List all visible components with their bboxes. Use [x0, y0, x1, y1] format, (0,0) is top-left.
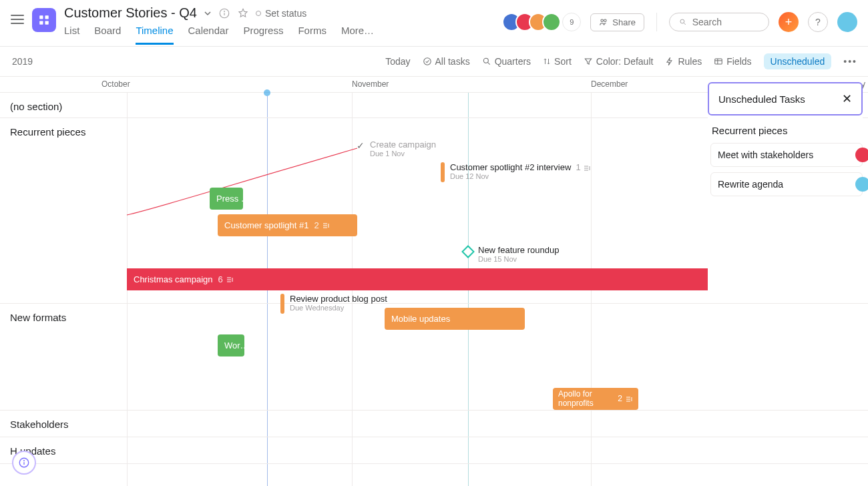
unscheduled-button[interactable]: Unscheduled — [764, 53, 832, 69]
year-label: 2019 — [11, 56, 33, 67]
share-button[interactable]: Share — [590, 13, 644, 31]
member-avatars[interactable]: 9 — [507, 13, 581, 31]
section-newformats[interactable]: New formats — [10, 312, 66, 323]
set-status-button[interactable]: Set status — [256, 8, 306, 19]
unscheduled-panel: Unscheduled Tasks ✕ Recurrent pieces Mee… — [708, 77, 863, 202]
task-create-campaign[interactable]: ✓ Create campaign Due 1 Nov — [357, 140, 436, 158]
section-recurrent[interactable]: Recurrent pieces — [10, 126, 85, 138]
milestone-due: Due 15 Nov — [478, 255, 559, 263]
bar-icon — [441, 162, 445, 182]
dependency-line — [124, 145, 364, 218]
help-button[interactable]: ? — [808, 12, 828, 32]
all-tasks-label: All tasks — [435, 56, 470, 67]
bar-icon — [280, 294, 284, 314]
info-bubble-button[interactable] — [12, 451, 36, 475]
close-icon[interactable]: ✕ — [842, 91, 852, 106]
svg-point-19 — [24, 461, 25, 461]
more-menu[interactable]: ••• — [843, 56, 857, 67]
svg-rect-2 — [39, 21, 43, 25]
tab-more[interactable]: More… — [341, 25, 374, 45]
task-count: 2 — [618, 395, 622, 403]
tab-list[interactable]: List — [64, 25, 79, 45]
color-button[interactable]: Color: Default — [584, 56, 654, 67]
today-button[interactable]: Today — [385, 56, 410, 67]
search-icon — [679, 17, 687, 27]
unscheduled-card[interactable]: Rewrite agenda — [710, 172, 863, 196]
filter-icon — [584, 57, 593, 66]
milestone-title: Review product blog post — [290, 294, 387, 304]
svg-point-11 — [423, 58, 431, 65]
sort-label: Sort — [554, 56, 572, 67]
search-input[interactable] — [669, 13, 769, 31]
section-stakeholders[interactable]: Stakeholders — [10, 419, 69, 430]
task-christmas[interactable]: Christmas campaign 6 — [127, 268, 708, 290]
fields-button[interactable]: Fields — [714, 56, 751, 67]
subtask-icon — [226, 276, 234, 284]
zoom-button[interactable]: Quarters — [482, 56, 531, 67]
unscheduled-card[interactable]: Meet with stakeholders — [710, 143, 863, 167]
tab-timeline[interactable]: Timeline — [136, 25, 173, 45]
task-label: Christmas campaign — [134, 274, 213, 284]
tab-progress[interactable]: Progress — [243, 25, 283, 45]
task-mobile[interactable]: Mobile updates — [385, 308, 525, 330]
svg-point-6 — [224, 11, 225, 11]
share-label: Share — [612, 17, 636, 27]
subtask-icon — [583, 164, 591, 172]
task-press[interactable]: Press … — [210, 188, 243, 210]
zoom-label: Quarters — [495, 56, 531, 67]
subtask-icon — [625, 395, 633, 403]
task-spotlight2[interactable]: Customer spotlight #2 interview 1 Due 12… — [441, 162, 591, 182]
sort-button[interactable]: Sort — [543, 56, 572, 67]
task-count: 2 — [314, 220, 318, 230]
task-apollo[interactable]: Apollo for nonprofits 2 — [553, 388, 638, 410]
search-field[interactable] — [692, 17, 759, 27]
project-icon[interactable] — [32, 8, 56, 32]
card-label: Rewrite agenda — [718, 179, 783, 190]
chevron-down-icon[interactable] — [204, 9, 212, 17]
menu-toggle[interactable] — [11, 5, 24, 24]
section-none[interactable]: (no section) — [10, 101, 62, 112]
avatar — [855, 148, 868, 162]
milestone-title: New feature roundup — [478, 245, 559, 255]
task-review-blog[interactable]: Review product blog post Due Wednesday — [280, 294, 387, 314]
svg-line-13 — [487, 63, 489, 65]
svg-point-12 — [483, 58, 488, 63]
task-feature-roundup[interactable]: New feature roundup Due 15 Nov — [463, 245, 559, 263]
month-november: November — [352, 79, 389, 89]
sort-icon — [543, 57, 551, 65]
task-label: Press … — [216, 194, 243, 204]
task-label: Mobile updates — [391, 314, 450, 324]
add-button[interactable]: + — [779, 12, 799, 32]
diamond-icon — [461, 245, 475, 258]
rules-label: Rules — [678, 56, 702, 67]
task-work[interactable]: Wor… — [218, 334, 244, 356]
check-circle-icon — [423, 57, 432, 66]
milestone-due: Due 12 Nov — [450, 172, 591, 180]
task-label: Customer spotlight #1 — [224, 220, 308, 230]
tab-calendar[interactable]: Calendar — [188, 25, 229, 45]
star-icon[interactable] — [237, 7, 249, 19]
project-title[interactable]: Customer Stories - Q4 — [64, 5, 197, 21]
card-label: Meet with stakeholders — [718, 150, 813, 160]
fields-label: Fields — [726, 56, 751, 67]
user-avatar[interactable] — [837, 12, 857, 32]
color-label: Color: Default — [596, 56, 654, 67]
svg-point-8 — [604, 19, 607, 22]
all-tasks-button[interactable]: All tasks — [423, 56, 470, 67]
lightning-icon — [665, 57, 674, 66]
svg-rect-1 — [45, 15, 49, 19]
tab-forms[interactable]: Forms — [298, 25, 327, 45]
milestone-title: Create campaign — [370, 140, 436, 150]
info-icon[interactable] — [218, 7, 230, 19]
avatar — [542, 13, 561, 31]
rules-button[interactable]: Rules — [665, 56, 702, 67]
avatar-overflow: 9 — [562, 13, 581, 31]
milestone-due: Due Wednesday — [290, 304, 387, 312]
task-spotlight1[interactable]: Customer spotlight #1 2 — [218, 214, 357, 236]
people-icon — [599, 17, 608, 27]
fields-icon — [714, 57, 723, 66]
divider — [656, 13, 657, 31]
svg-line-10 — [684, 23, 685, 24]
task-label: Apollo for nonprofits — [558, 390, 618, 407]
tab-board[interactable]: Board — [94, 25, 121, 45]
